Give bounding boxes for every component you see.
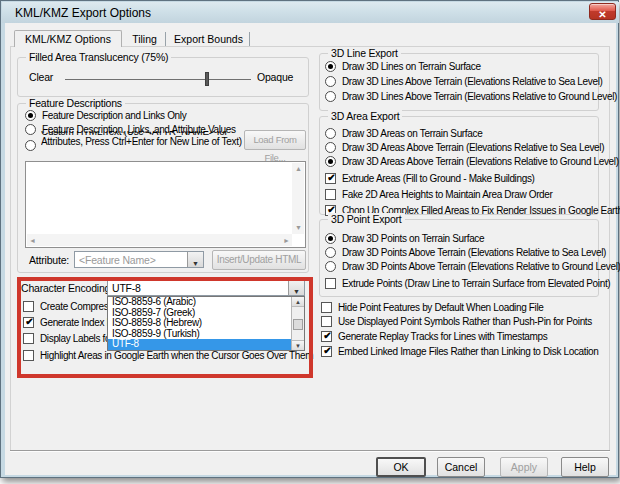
scrollbar-thumb[interactable] xyxy=(293,319,303,330)
radio-3d-points-terrain-surface[interactable]: Draw 3D Points on Terrain Surface xyxy=(325,232,484,245)
load-from-file-button[interactable]: Load From File... xyxy=(244,130,306,150)
apply-button[interactable]: Apply xyxy=(500,457,548,477)
radio-icon xyxy=(325,156,336,167)
radio-feature-description-links-only[interactable]: Feature Description and Links Only xyxy=(25,109,186,122)
radio-icon xyxy=(25,140,36,151)
help-button[interactable]: Help xyxy=(561,457,609,477)
radio-label: Feature Description and Links Only xyxy=(42,110,186,121)
checkbox-label: Generate Replay Tracks for Lines with Ti… xyxy=(338,331,547,342)
checkbox-icon: ✔ xyxy=(23,317,34,328)
radio-icon xyxy=(325,261,336,272)
checkbox-icon: ✔ xyxy=(23,301,34,312)
checkbox-label: Extrude Areas (Fill to Ground - Make Bui… xyxy=(342,173,535,184)
titlebar[interactable]: KML/KMZ Export Options ✕ xyxy=(2,2,619,23)
dialog-window: KML/KMZ Export Options ✕ KML/KMZ Options… xyxy=(0,0,619,478)
textarea-horizontal-scrollbar[interactable]: ◄ ► xyxy=(27,234,292,246)
custom-html-textarea[interactable]: ▲ ▼ ◄ ► xyxy=(25,161,306,248)
checkbox-generate-replay-tracks[interactable]: ✔ Generate Replay Tracks for Lines with … xyxy=(321,330,547,343)
checkbox-icon: ✔ xyxy=(325,189,336,200)
checkbox-fake-2d-area-heights[interactable]: ✔ Fake 2D Area Heights to Maintain Area … xyxy=(325,188,553,201)
custom-html-radio-label: Custom HTML Text (Use <ATTR_NAME> for At… xyxy=(41,131,245,156)
feature-descriptions-legend: Feature Descriptions xyxy=(26,97,125,109)
radio-custom-html-text[interactable] xyxy=(25,139,36,152)
checkbox-extrude-points[interactable]: ✔ Extrude Points (Draw Line to Terrain S… xyxy=(325,277,610,290)
radio-3d-areas-above-sea-level[interactable]: Draw 3D Areas Above Terrain (Elevations … xyxy=(325,141,604,154)
radio-3d-areas-above-ground-level[interactable]: Draw 3D Areas Above Terrain (Elevations … xyxy=(325,155,619,168)
scroll-left-icon[interactable]: ◄ xyxy=(29,237,36,245)
dropdown-arrow-icon[interactable]: ▼ xyxy=(187,252,203,267)
tab-kml-kmz-options[interactable]: KML/KMZ Options xyxy=(14,30,122,47)
scroll-down-icon[interactable]: ▼ xyxy=(295,224,302,232)
encoding-option-iso-8859-8[interactable]: ISO-8859-8 (Hebrew) xyxy=(108,318,291,329)
checkbox-embed-linked-images[interactable]: ✔ Embed Linked Image Files Rather than L… xyxy=(321,345,598,358)
character-encoding-combobox[interactable]: UTF-8 ▼ xyxy=(107,279,305,296)
encoding-option-iso-8859-6[interactable]: ISO-8859-6 (Arabic) xyxy=(108,297,291,308)
checkbox-generate-index[interactable]: ✔ Generate Index KI xyxy=(23,316,115,329)
radio-icon xyxy=(325,76,336,87)
line-export-legend: 3D Line Export xyxy=(328,47,401,59)
checkbox-extrude-areas[interactable]: ✔ Extrude Areas (Fill to Ground - Make B… xyxy=(325,172,535,185)
radio-label: Draw 3D Areas Above Terrain (Elevations … xyxy=(342,142,604,153)
checkbox-icon: ✔ xyxy=(321,331,332,342)
textarea-vertical-scrollbar[interactable]: ▲ ▼ xyxy=(292,163,304,234)
separator-highlight xyxy=(10,451,610,452)
radio-icon xyxy=(25,110,36,121)
checkbox-label: Display Labels for xyxy=(40,333,113,344)
scroll-down-icon[interactable]: ▼ xyxy=(292,340,304,350)
checkbox-hide-point-features[interactable]: ✔ Hide Point Features by Default When Lo… xyxy=(321,301,544,314)
radio-icon xyxy=(325,142,336,153)
checkbox-icon: ✔ xyxy=(325,278,336,289)
scroll-up-icon[interactable]: ▲ xyxy=(295,165,302,173)
ok-button[interactable]: OK xyxy=(376,457,426,477)
translucency-slider-thumb[interactable] xyxy=(205,72,209,86)
encoding-option-utf-8[interactable]: UTF-8 xyxy=(108,339,291,350)
radio-icon xyxy=(325,233,336,244)
checkbox-icon: ✔ xyxy=(321,316,332,327)
character-encoding-label: Character Encoding: xyxy=(21,282,113,294)
radio-label: Draw 3D Lines Above Terrain (Elevations … xyxy=(342,76,602,87)
checkbox-display-labels[interactable]: ✔ Display Labels for xyxy=(23,332,113,345)
radio-label: Draw 3D Points Above Terrain (Elevations… xyxy=(342,261,620,272)
scroll-up-icon[interactable]: ▲ xyxy=(292,297,304,307)
radio-label: Draw 3D Lines on Terrain Surface xyxy=(342,61,481,72)
slider-track xyxy=(65,79,251,80)
radio-3d-points-above-ground-level[interactable]: Draw 3D Points Above Terrain (Elevations… xyxy=(325,260,620,273)
attribute-combobox[interactable]: <Feature Name> ▼ xyxy=(74,251,204,268)
radio-3d-lines-terrain-surface[interactable]: Draw 3D Lines on Terrain Surface xyxy=(325,60,481,73)
translucency-slider[interactable] xyxy=(65,71,251,87)
checkbox-icon: ✔ xyxy=(23,350,34,361)
tab-export-bounds[interactable]: Export Bounds xyxy=(168,32,250,47)
radio-3d-areas-terrain-surface[interactable]: Draw 3D Areas on Terrain Surface xyxy=(325,127,482,140)
close-button[interactable]: ✕ xyxy=(589,3,616,20)
radio-3d-lines-above-ground-level[interactable]: Draw 3D Lines Above Terrain (Elevations … xyxy=(325,90,617,103)
radio-3d-points-above-sea-level[interactable]: Draw 3D Points Above Terrain (Elevations… xyxy=(325,246,606,259)
window-title: KML/KMZ Export Options xyxy=(15,6,151,20)
radio-icon xyxy=(325,247,336,258)
checkbox-label: Use Displayed Point Symbols Rather than … xyxy=(338,316,592,327)
checkbox-use-displayed-point-symbols[interactable]: ✔ Use Displayed Point Symbols Rather tha… xyxy=(321,315,592,328)
cancel-button[interactable]: Cancel xyxy=(437,457,485,477)
insert-update-html-button[interactable]: Insert/Update HTML xyxy=(212,250,306,270)
dropdown-scrollbar[interactable]: ▲ ▼ xyxy=(291,297,304,350)
radio-3d-lines-above-sea-level[interactable]: Draw 3D Lines Above Terrain (Elevations … xyxy=(325,75,602,88)
radio-label: Draw 3D Lines Above Terrain (Elevations … xyxy=(342,91,617,102)
encoding-option-iso-8859-9[interactable]: ISO-8859-9 (Turkish) xyxy=(108,329,291,340)
character-encoding-value: UTF-8 xyxy=(112,282,141,294)
radio-icon xyxy=(325,61,336,72)
dropdown-arrow-icon[interactable]: ▼ xyxy=(288,280,304,295)
tab-tiling[interactable]: Tiling xyxy=(124,32,166,47)
attribute-value: <Feature Name> xyxy=(79,254,156,266)
radio-label: Draw 3D Points on Terrain Surface xyxy=(342,233,484,244)
slider-max-label: Opaque xyxy=(257,71,293,83)
encoding-option-iso-8859-7[interactable]: ISO-8859-7 (Greek) xyxy=(108,308,291,319)
radio-label: Draw 3D Points Above Terrain (Elevations… xyxy=(342,247,606,258)
attribute-label: Attribute: xyxy=(29,254,69,266)
scroll-right-icon[interactable]: ► xyxy=(283,237,290,245)
radio-icon xyxy=(325,91,336,102)
close-icon: ✕ xyxy=(598,9,606,20)
point-export-legend: 3D Point Export xyxy=(328,213,405,225)
checkbox-create-compressed[interactable]: ✔ Create Compresse xyxy=(23,300,118,313)
translucency-legend: Filled Area Translucency (75%) xyxy=(26,51,171,63)
checkbox-icon: ✔ xyxy=(325,173,336,184)
checkbox-label: Generate Index KI xyxy=(40,317,115,328)
